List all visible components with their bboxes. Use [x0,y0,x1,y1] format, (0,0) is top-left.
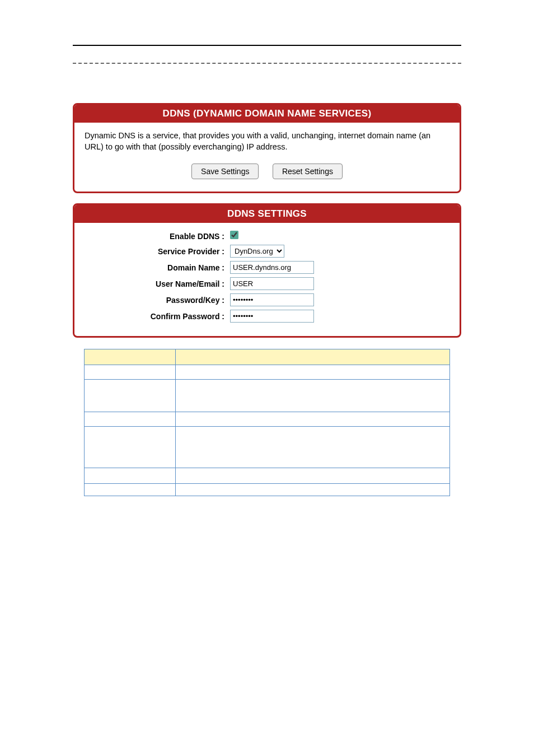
top-divider [73,45,461,46]
table-row [85,365,450,380]
button-row: Save Settings Reset Settings [85,164,449,179]
dashed-divider [73,63,461,64]
reset-settings-button[interactable]: Reset Settings [273,164,343,179]
table-row [85,380,450,412]
row-confirm-password: Confirm Password : [85,310,449,323]
enable-ddns-checkbox[interactable] [230,231,238,239]
ddns-info-header: DDNS (DYNAMIC DOMAIN NAME SERVICES) [74,105,460,123]
label-enable-ddns: Enable DDNS : [85,232,230,241]
username-input[interactable] [230,277,314,290]
row-service-provider: Service Provider : DynDns.org [85,245,449,258]
row-username: User Name/Email : [85,277,449,290]
table-row [85,427,450,468]
info-table [84,349,450,496]
ddns-info-body: Dynamic DNS is a service, that provides … [74,123,460,192]
table-row [85,468,450,484]
ddns-settings-header: DDNS SETTINGS [74,205,460,223]
table-row [85,412,450,427]
domain-name-input[interactable] [230,261,314,274]
info-table-header-0 [85,349,176,365]
label-domain-name: Domain Name : [85,263,230,272]
confirm-password-input[interactable] [230,310,314,323]
info-table-header-row [85,349,450,365]
table-row [85,484,450,496]
row-password: Password/Key : [85,293,449,306]
main-content: DDNS (DYNAMIC DOMAIN NAME SERVICES) Dyna… [73,103,461,338]
label-username: User Name/Email : [85,279,230,288]
label-service-provider: Service Provider : [85,247,230,256]
label-password: Password/Key : [85,296,230,305]
ddns-info-panel: DDNS (DYNAMIC DOMAIN NAME SERVICES) Dyna… [73,103,461,193]
row-domain-name: Domain Name : [85,261,449,274]
ddns-description: Dynamic DNS is a service, that provides … [85,130,449,152]
password-input[interactable] [230,293,314,306]
info-table-header-1 [176,349,450,365]
ddns-settings-body: Enable DDNS : Service Provider : DynDns.… [74,223,460,336]
ddns-settings-panel: DDNS SETTINGS Enable DDNS : Service Prov… [73,203,461,338]
service-provider-select[interactable]: DynDns.org [230,245,284,258]
row-enable-ddns: Enable DDNS : [85,231,449,241]
save-settings-button[interactable]: Save Settings [191,164,259,179]
label-confirm-password: Confirm Password : [85,312,230,321]
